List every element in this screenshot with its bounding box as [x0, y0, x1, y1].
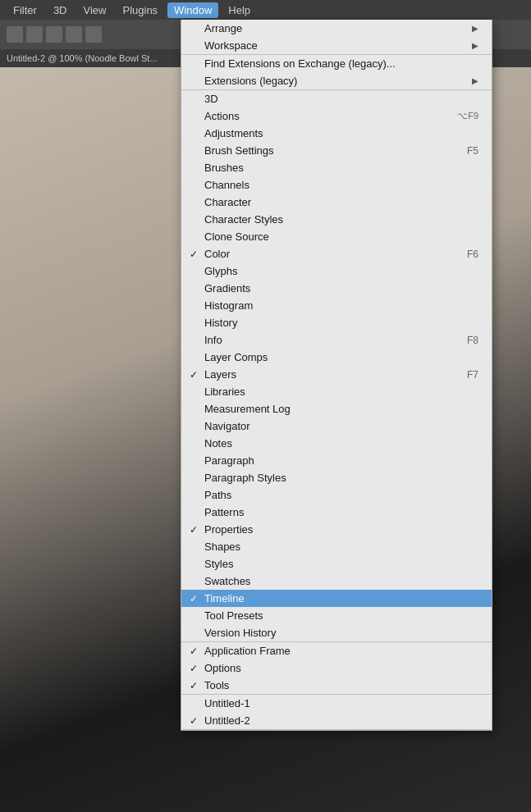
menu-item-version-history[interactable]: Version History: [181, 624, 492, 641]
menu-item-adjustments[interactable]: Adjustments: [181, 125, 492, 142]
menu-item-info[interactable]: Info F8: [181, 331, 492, 349]
checkmark-app-frame: ✓: [190, 645, 198, 657]
menu-item-gradients[interactable]: Gradients: [181, 280, 492, 297]
checkmark-tools: ✓: [190, 680, 198, 691]
menu-item-navigator[interactable]: Navigator: [181, 417, 492, 435]
checkmark-options: ✓: [190, 663, 198, 674]
menu-item-swatches[interactable]: Swatches: [181, 573, 492, 590]
menu-item-application-frame[interactable]: ✓ Application Frame: [181, 642, 492, 659]
checkmark-layers: ✓: [190, 369, 198, 381]
menu-item-options[interactable]: ✓ Options: [181, 659, 492, 677]
menu-item-shapes[interactable]: Shapes: [181, 538, 492, 555]
menu-item-history[interactable]: History: [181, 314, 492, 331]
menu-section-app: ✓ Application Frame ✓ Options ✓ Tools: [181, 642, 492, 695]
menu-item-patterns[interactable]: Patterns: [181, 504, 492, 521]
menu-section-extensions: Find Extensions on Exchange (legacy)... …: [181, 55, 492, 90]
shortcut-actions: ⌥F9: [457, 111, 478, 121]
menu-item-measurement-log[interactable]: Measurement Log: [181, 400, 492, 417]
shortcut-brush-settings: F5: [467, 145, 478, 157]
menu-item-layer-comps[interactable]: Layer Comps: [181, 349, 492, 366]
checkmark-timeline: ✓: [190, 593, 198, 604]
menu-item-clone-source[interactable]: Clone Source: [181, 228, 492, 245]
menu-item-untitled-1[interactable]: Untitled-1: [181, 695, 492, 712]
toolbar-icon-2[interactable]: [26, 26, 43, 43]
menu-item-tool-presets[interactable]: Tool Presets: [181, 607, 492, 624]
shortcut-color: F6: [467, 249, 478, 260]
menu-item-brushes[interactable]: Brushes: [181, 159, 492, 176]
menu-section-documents: Untitled-1 ✓ Untitled-2: [181, 695, 492, 730]
arrow-icon: ▶: [472, 41, 478, 50]
menubar-help[interactable]: Help: [222, 2, 257, 18]
menu-item-styles[interactable]: Styles: [181, 555, 492, 573]
shortcut-layers: F7: [467, 369, 478, 381]
toolbar-icon-5[interactable]: [85, 26, 102, 43]
menu-item-glyphs[interactable]: Glyphs: [181, 262, 492, 280]
titlebar-text: Untitled-2 @ 100% (Noodle Bowl St...: [7, 53, 158, 63]
menu-item-untitled-2[interactable]: ✓ Untitled-2: [181, 712, 492, 729]
menu-item-properties[interactable]: ✓ Properties: [181, 521, 492, 538]
toolbar-icon-3[interactable]: [46, 26, 62, 43]
menu-item-3d[interactable]: 3D: [181, 90, 492, 107]
menu-item-paragraph-styles[interactable]: Paragraph Styles: [181, 469, 492, 486]
menu-item-arrange[interactable]: Arrange ▶: [181, 20, 492, 37]
menu-item-brush-settings[interactable]: Brush Settings F5: [181, 142, 492, 159]
menu-section-panels: 3D Actions ⌥F9 Adjustments Brush Setting…: [181, 90, 492, 642]
menu-section-arrange: Arrange ▶ Workspace ▶: [181, 20, 492, 55]
checkmark-color: ✓: [190, 249, 198, 260]
menu-item-channels[interactable]: Channels: [181, 176, 492, 194]
menu-item-libraries[interactable]: Libraries: [181, 383, 492, 400]
toolbar-icon-4[interactable]: [66, 26, 82, 43]
toolbar-icon-1[interactable]: [7, 26, 23, 43]
menu-item-extensions-legacy[interactable]: Extensions (legacy) ▶: [181, 72, 492, 89]
menu-item-histogram[interactable]: Histogram: [181, 297, 492, 314]
menubar: Filter 3D View Plugins Window Help: [0, 0, 531, 20]
menu-item-actions[interactable]: Actions ⌥F9: [181, 107, 492, 125]
menu-item-paths[interactable]: Paths: [181, 486, 492, 504]
menu-item-tools[interactable]: ✓ Tools: [181, 677, 492, 694]
arrow-icon: ▶: [472, 24, 478, 33]
menubar-3d[interactable]: 3D: [47, 2, 74, 18]
menubar-plugins[interactable]: Plugins: [116, 2, 164, 18]
menu-item-timeline[interactable]: ✓ Timeline: [181, 590, 492, 607]
menu-item-character[interactable]: Character: [181, 194, 492, 211]
arrow-icon: ▶: [472, 76, 478, 85]
menubar-view[interactable]: View: [77, 2, 113, 18]
menu-item-layers[interactable]: ✓ Layers F7: [181, 366, 492, 383]
menu-item-workspace[interactable]: Workspace ▶: [181, 37, 492, 54]
shortcut-info: F8: [467, 335, 478, 346]
menubar-filter[interactable]: Filter: [7, 2, 43, 18]
menu-item-find-extensions[interactable]: Find Extensions on Exchange (legacy)...: [181, 55, 492, 72]
menu-item-notes[interactable]: Notes: [181, 435, 492, 452]
checkmark-untitled-2: ✓: [190, 715, 198, 727]
menu-item-character-styles[interactable]: Character Styles: [181, 211, 492, 228]
menu-item-paragraph[interactable]: Paragraph: [181, 452, 492, 469]
menu-item-color[interactable]: ✓ Color F6: [181, 245, 492, 262]
checkmark-properties: ✓: [190, 524, 198, 536]
window-menu-dropdown: Arrange ▶ Workspace ▶ Find Extensions on…: [181, 20, 492, 731]
menubar-window[interactable]: Window: [167, 2, 218, 18]
